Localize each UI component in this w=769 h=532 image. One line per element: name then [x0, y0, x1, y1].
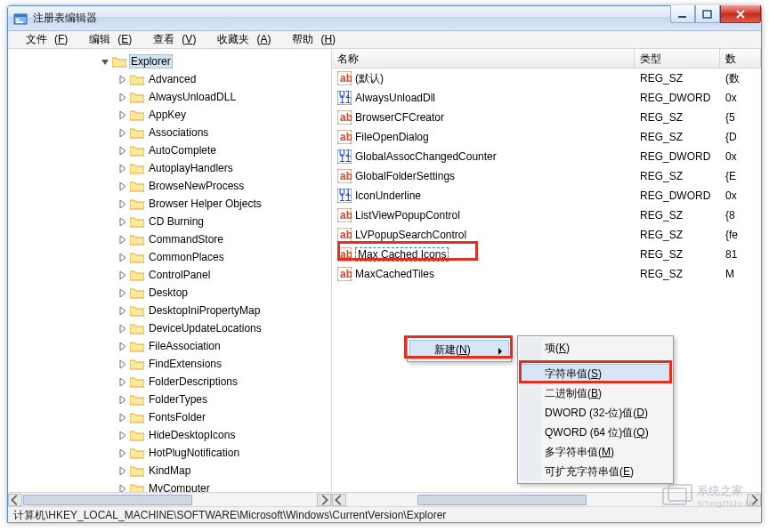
list-row[interactable]: LVPopupSearchControlREG_SZ{fe [332, 225, 761, 245]
list-row[interactable]: GlobalFolderSettingsREG_SZ{E [332, 166, 761, 186]
string-value-icon [337, 208, 352, 222]
titlebar[interactable]: 注册表编辑器 [8, 6, 761, 31]
tree-item[interactable]: FileAssociation [8, 337, 331, 355]
tree-hscrollbar[interactable] [8, 492, 331, 506]
expand-icon[interactable] [118, 164, 128, 173]
close-button[interactable] [720, 5, 761, 23]
list-row[interactable]: Max Cached IconsREG_SZ81 [332, 245, 761, 264]
context-submenu-new: 项(K)字符串值(S)二进制值(B)DWORD (32-位)值(D)QWORD … [517, 335, 674, 484]
maximize-button[interactable] [695, 5, 720, 23]
tree-item[interactable]: Browser Helper Objects [8, 195, 331, 213]
svg-rect-3 [16, 21, 23, 23]
expand-icon[interactable] [118, 199, 128, 209]
ctx-item[interactable]: QWORD (64 位)值(Q) [520, 423, 671, 442]
menubar: 文件(F) 编辑(E) 查看(V) 收藏夹(A) 帮助(H) [8, 31, 761, 49]
tree-item[interactable]: AutoComplete [8, 141, 331, 159]
menu-file[interactable]: 文件(F) [12, 30, 75, 49]
expand-icon[interactable] [118, 448, 128, 458]
ctx-item[interactable]: DWORD (32-位)值(D) [520, 403, 671, 423]
minimize-button[interactable] [670, 5, 695, 23]
expand-icon[interactable] [118, 217, 128, 227]
expand-icon[interactable] [118, 235, 128, 245]
scroll-left-button[interactable] [332, 494, 346, 506]
ctx-item[interactable]: 字符串值(S) [520, 364, 671, 383]
list-row[interactable]: MaxCachedTilesREG_SZM [332, 264, 761, 284]
list-row[interactable]: IconUnderlineREG_DWORD0x [332, 186, 761, 206]
tree-item[interactable]: CommandStore [8, 230, 331, 248]
expand-icon[interactable] [118, 270, 128, 280]
scroll-right-button[interactable] [747, 494, 761, 506]
expand-icon[interactable] [118, 306, 128, 316]
tree-item[interactable]: ControlPanel [8, 266, 331, 284]
tree-item[interactable]: Associations [8, 124, 331, 141]
tree-item-explorer[interactable]: Explorer [8, 52, 331, 70]
tree-item[interactable]: Desktop [8, 284, 331, 302]
tree-item[interactable]: BrowseNewProcess [8, 177, 331, 195]
context-menu-new: 新建(N) [407, 337, 512, 362]
menu-help[interactable]: 帮助(H) [278, 30, 343, 49]
menu-edit[interactable]: 编辑(E) [75, 30, 139, 49]
ctx-item[interactable]: 可扩充字符串值(E) [520, 462, 671, 481]
tree-item[interactable]: DesktopIniPropertyMap [8, 302, 331, 319]
tree-item[interactable]: AutoplayHandlers [8, 159, 331, 177]
scroll-thumb[interactable] [417, 495, 587, 505]
expand-icon[interactable] [118, 342, 128, 351]
list-row[interactable]: (默认)REG_SZ(数 [332, 69, 761, 88]
list-row[interactable]: AlwaysUnloadDllREG_DWORD0x [332, 88, 761, 108]
expand-icon[interactable] [118, 75, 128, 85]
collapse-icon[interactable] [101, 57, 110, 67]
expand-icon[interactable] [118, 128, 128, 138]
ctx-item[interactable]: 多字符串值(M) [520, 442, 671, 462]
list-row[interactable]: ListViewPopupControlREG_SZ{8 [332, 206, 761, 225]
expand-icon[interactable] [118, 110, 128, 120]
tree-item[interactable]: AlwaysUnloadDLL [8, 88, 331, 106]
expand-icon[interactable] [118, 93, 128, 102]
scroll-left-button[interactable] [8, 494, 22, 506]
expand-icon[interactable] [118, 484, 128, 493]
expand-icon[interactable] [118, 377, 128, 387]
binary-value-icon [337, 149, 352, 164]
tree-item[interactable]: FolderDescriptions [8, 373, 331, 391]
scroll-right-button[interactable] [317, 494, 331, 506]
tree-item[interactable]: FontsFolder [8, 408, 331, 426]
list-row[interactable]: FileOpenDialogREG_SZ{D [332, 127, 761, 147]
tree-item[interactable]: CD Burning [8, 213, 331, 230]
ctx-item-new[interactable]: 新建(N) [409, 340, 509, 359]
list-row[interactable]: BrowserCFCreatorREG_SZ{5 [332, 108, 761, 127]
ctx-item[interactable]: 项(K) [520, 338, 671, 358]
ctx-item[interactable]: 二进制值(B) [520, 383, 671, 403]
expand-icon[interactable] [118, 146, 128, 156]
regedit-window: 注册表编辑器 文件(F) 编辑(E) 查看(V) 收藏夹(A) 帮助(H) Ex… [7, 5, 762, 523]
tree-item[interactable]: HotPlugNotification [8, 444, 331, 462]
expand-icon[interactable] [118, 466, 128, 476]
menu-favorites[interactable]: 收藏夹(A) [203, 30, 278, 49]
col-header-type[interactable]: 类型 [635, 49, 720, 68]
expand-icon[interactable] [118, 324, 128, 334]
menu-view[interactable]: 查看(V) [139, 30, 203, 49]
tree-item[interactable]: CommonPlaces [8, 248, 331, 266]
expand-icon[interactable] [118, 181, 128, 191]
expand-icon[interactable] [118, 253, 128, 262]
list-header: 名称 类型 数 [332, 49, 761, 69]
tree-item[interactable]: MyComputer [8, 480, 331, 492]
col-header-data[interactable]: 数 [720, 49, 761, 68]
tree-item[interactable]: DeviceUpdateLocations [8, 319, 331, 337]
expand-icon[interactable] [118, 413, 128, 423]
statusbar: 计算机\HKEY_LOCAL_MACHINE\SOFTWARE\Microsof… [8, 506, 761, 522]
list-row[interactable]: GlobalAssocChangedCounterREG_DWORD0x [332, 147, 761, 166]
tree-item[interactable]: FindExtensions [8, 355, 331, 373]
expand-icon[interactable] [118, 431, 128, 440]
list-hscrollbar[interactable] [332, 492, 761, 506]
expand-icon[interactable] [118, 359, 128, 369]
tree-item[interactable]: FolderTypes [8, 391, 331, 408]
string-value-icon [337, 169, 352, 183]
tree-item[interactable]: AppKey [8, 106, 331, 124]
tree-item[interactable]: HideDesktopIcons [8, 426, 331, 444]
string-value-icon [337, 247, 352, 262]
col-header-name[interactable]: 名称 [332, 49, 635, 68]
scroll-thumb[interactable] [23, 495, 192, 505]
tree-item[interactable]: KindMap [8, 462, 331, 480]
tree-item[interactable]: Advanced [8, 70, 331, 88]
expand-icon[interactable] [118, 288, 128, 298]
expand-icon[interactable] [118, 395, 128, 405]
